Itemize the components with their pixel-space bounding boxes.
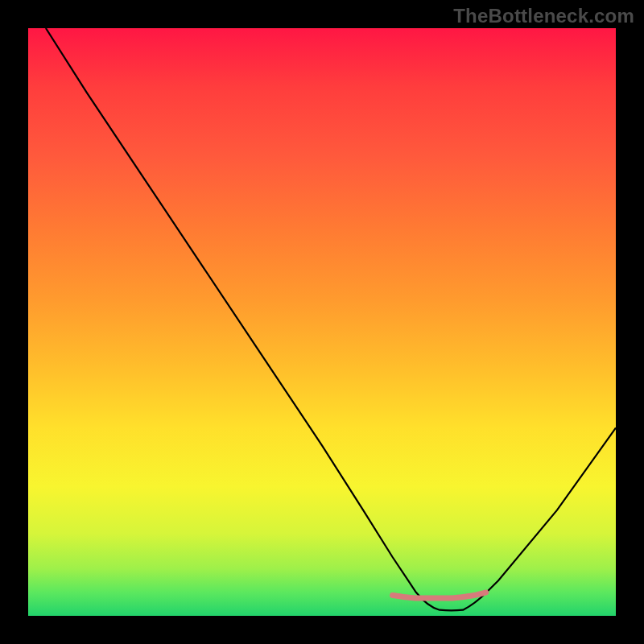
attribution-watermark: TheBottleneck.com: [453, 5, 634, 27]
marker-layer: [28, 28, 616, 616]
chart-stage: TheBottleneck.com: [0, 0, 644, 644]
plot-area: [28, 28, 616, 616]
optimal-range-marker: [393, 592, 487, 598]
